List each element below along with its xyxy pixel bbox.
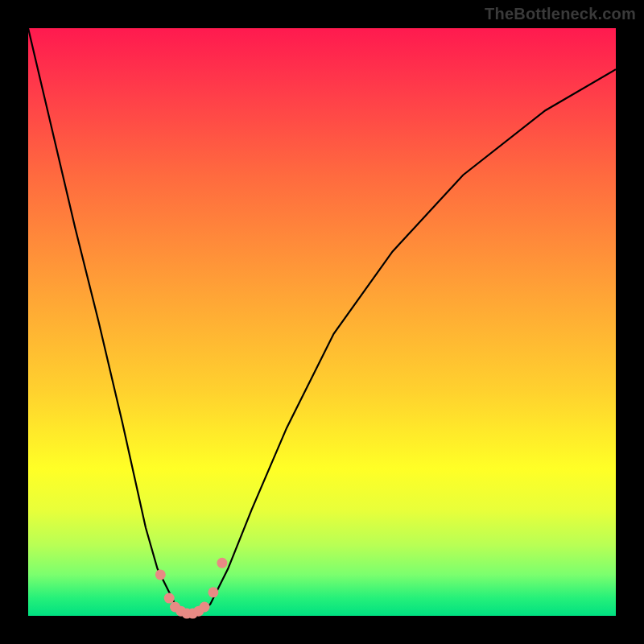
marker-dot [217,558,227,568]
near-minimum-dots [155,558,228,619]
bottleneck-curve [28,28,616,616]
marker-dot [208,587,218,597]
watermark-text: TheBottleneck.com [485,5,636,23]
marker-dot [164,593,175,604]
chart-svg [28,28,616,616]
chart-plot-area [28,28,616,616]
chart-frame: TheBottleneck.com [0,0,644,644]
marker-dot [200,602,210,613]
marker-dot [155,569,166,580]
